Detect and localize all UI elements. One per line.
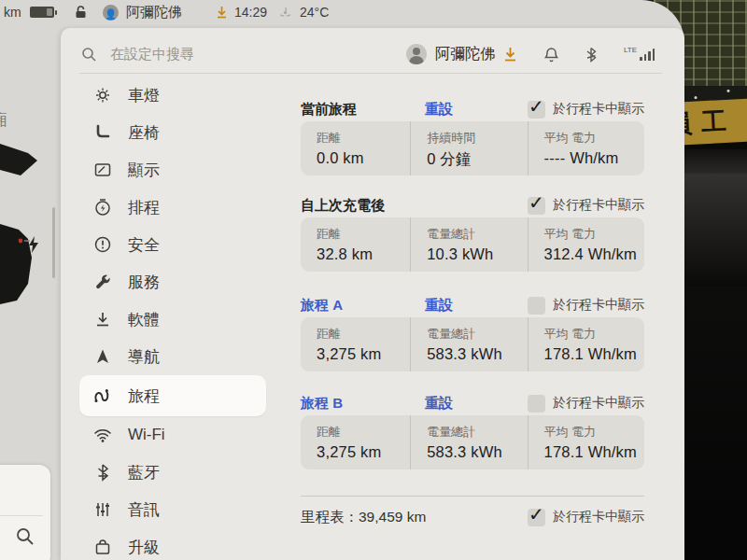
service-wrench-icon	[92, 272, 113, 292]
odometer-show-checkbox[interactable]: ✓	[528, 509, 545, 526]
section-since-charge-header: 自上次充電後 ✓ 於行程卡中顯示	[301, 197, 644, 214]
show-in-trip-card-checkbox[interactable]	[528, 395, 545, 413]
update-download-icon[interactable]	[216, 0, 228, 24]
audio-sliders-icon	[92, 499, 113, 520]
show-in-trip-card-checkbox[interactable]: ✓	[528, 101, 545, 119]
section-current-trip-header: 當前旅程 重設 ✓ 於行程卡中顯示	[301, 101, 644, 118]
trip-a-stats: 距離3,275 km 電量總計583.3 kWh 平均 電力178.1 Wh/k…	[301, 317, 644, 371]
settings-panel: 在設定中搜尋 阿彌陀佛 LTE	[61, 28, 684, 560]
driver-avatar-icon	[103, 5, 119, 21]
fan-icon	[279, 0, 291, 24]
settings-sidebar: 車燈 座椅 顯示 排程 安全 服務	[79, 77, 266, 560]
map-search-icon[interactable]	[15, 526, 35, 547]
sidebar-item-bluetooth[interactable]: 藍牙	[79, 454, 266, 491]
tesla-screen: km 阿彌陀佛 14:29 24°C 廂	[0, 0, 684, 560]
charge-bolt-icon	[26, 235, 41, 254]
section-title: 自上次充電後	[301, 197, 385, 215]
search-placeholder: 在設定中搜尋	[110, 46, 194, 63]
sidebar-item-navigation[interactable]: 導航	[79, 338, 266, 375]
display-icon	[92, 160, 113, 180]
reset-link[interactable]: 重設	[425, 101, 453, 119]
reset-link[interactable]: 重設	[425, 297, 453, 315]
lock-icon[interactable]	[75, 0, 87, 24]
sidebar-item-trips[interactable]: 旅程	[79, 375, 266, 416]
trips-route-icon	[92, 385, 113, 406]
battery-icon	[30, 0, 54, 24]
sidebar-item-lights[interactable]: 車燈	[79, 77, 266, 114]
sidebar-item-seats[interactable]: 座椅	[79, 114, 266, 151]
odometer-divider	[301, 496, 644, 497]
odometer-text: 里程表：39,459 km	[301, 508, 426, 527]
sidebar-label: 升級	[128, 537, 160, 558]
sidebar-label: 藍牙	[128, 462, 160, 483]
upgrades-bag-icon	[92, 537, 113, 557]
odometer-row: 里程表：39,459 km ✓ 於行程卡中顯示	[301, 506, 644, 528]
section-trip-b-header: 旅程 B 重設 於行程卡中顯示	[301, 395, 644, 412]
sidebar-label: 座椅	[128, 122, 160, 144]
temperature[interactable]: 24°C	[300, 0, 329, 24]
range-unit: km	[4, 0, 21, 24]
trip-b-stats: 距離3,275 km 電量總計583.3 kWh 平均 電力178.1 Wh/k…	[301, 415, 644, 469]
sidebar-label: 旅程	[128, 385, 160, 407]
current-trip-stats: 距離0.0 km 持續時間0 分鐘 平均 電力---- Wh/km	[301, 121, 644, 175]
sidebar-label: 音訊	[128, 499, 160, 521]
trip-a-title[interactable]: 旅程 A	[301, 297, 343, 315]
headlight-icon	[92, 85, 113, 105]
trunk-label: 廂	[0, 109, 7, 131]
sidebar-item-safety[interactable]: 安全	[79, 226, 266, 263]
wifi-icon	[92, 425, 113, 445]
sidebar-label: 導航	[128, 346, 160, 368]
seat-icon	[92, 122, 113, 143]
sidebar-item-scheduling[interactable]: 排程	[79, 189, 266, 226]
driver-profile[interactable]: 阿彌陀佛	[103, 0, 182, 24]
sidebar-label: Wi-Fi	[128, 426, 165, 444]
sidebar-item-service[interactable]: 服務	[79, 263, 266, 301]
trip-b-title[interactable]: 旅程 B	[301, 395, 343, 413]
show-in-trip-card-checkbox[interactable]	[528, 297, 545, 315]
driver-name: 阿彌陀佛	[126, 4, 182, 21]
show-in-trip-card-checkbox[interactable]: ✓	[528, 197, 545, 215]
software-download-icon	[92, 309, 113, 329]
sidebar-item-audio[interactable]: 音訊	[79, 491, 266, 528]
reset-link[interactable]: 重設	[425, 395, 453, 413]
clock: 14:29	[234, 0, 267, 24]
sidebar-label: 服務	[128, 272, 160, 293]
sidebar-item-upgrades[interactable]: 升級	[79, 528, 266, 560]
safety-icon	[92, 234, 113, 255]
section-title: 當前旅程	[301, 101, 357, 119]
trips-content: 當前旅程 重設 ✓ 於行程卡中顯示 距離0.0 km 持續時間0 分鐘 平均 電…	[301, 28, 644, 560]
sidebar-label: 排程	[128, 197, 160, 218]
sidebar-label: 車燈	[128, 85, 160, 106]
sidebar-item-wifi[interactable]: Wi-Fi	[79, 416, 266, 454]
sidebar-label: 顯示	[128, 160, 160, 181]
sidebar-label: 安全	[128, 234, 160, 256]
bluetooth-icon	[92, 462, 113, 483]
since-charge-stats: 距離32.8 km 電量總計10.3 kWh 平均 電力312.4 Wh/km	[301, 217, 644, 272]
underlay-scrollbar[interactable]	[52, 207, 55, 278]
search-icon	[81, 47, 97, 63]
car-render	[0, 138, 49, 315]
sidebar-item-display[interactable]: 顯示	[79, 151, 266, 189]
status-bar: km 阿彌陀佛 14:29 24°C	[0, 0, 684, 24]
sidebar-label: 軟體	[128, 309, 160, 330]
scheduled-charging-icon	[92, 197, 113, 217]
navigation-arrow-icon	[92, 346, 113, 367]
underlay-mini-panel	[0, 465, 50, 560]
sidebar-item-software[interactable]: 軟體	[79, 301, 266, 338]
section-trip-a-header: 旅程 A 重設 於行程卡中顯示	[301, 297, 644, 314]
